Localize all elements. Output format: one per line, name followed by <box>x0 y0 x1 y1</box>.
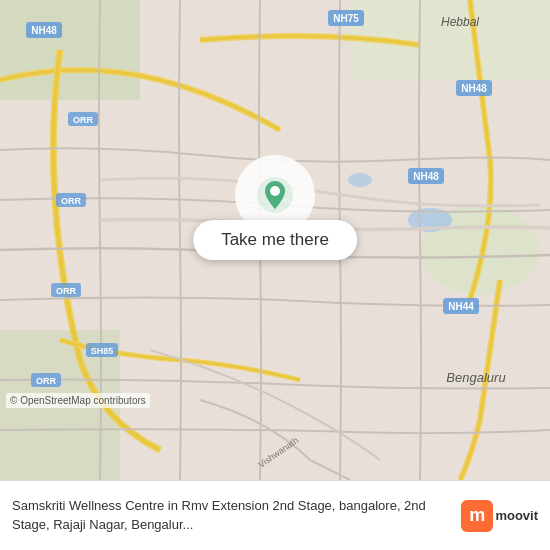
svg-rect-1 <box>0 0 140 100</box>
place-description: Samskriti Wellness Centre in Rmv Extensi… <box>12 497 453 533</box>
take-me-there-button[interactable]: Take me there <box>193 220 357 260</box>
map-view: NH75 NH48 NH48 NH48 NH44 ORR ORR ORR ORR… <box>0 0 550 480</box>
svg-text:NH48: NH48 <box>461 83 487 94</box>
svg-text:ORR: ORR <box>61 196 82 206</box>
svg-text:SH85: SH85 <box>91 346 114 356</box>
svg-point-6 <box>348 173 372 187</box>
osm-attribution: © OpenStreetMap contributors <box>6 393 150 408</box>
svg-text:NH75: NH75 <box>333 13 359 24</box>
moovit-logo: m moovit <box>461 500 538 532</box>
svg-point-31 <box>270 186 280 196</box>
svg-text:Bengaluru: Bengaluru <box>446 370 505 385</box>
svg-text:NH48: NH48 <box>31 25 57 36</box>
info-bar: Samskriti Wellness Centre in Rmv Extensi… <box>0 480 550 550</box>
svg-text:Hebbal: Hebbal <box>441 15 479 29</box>
svg-text:ORR: ORR <box>36 376 57 386</box>
svg-text:NH44: NH44 <box>448 301 474 312</box>
moovit-brand-name: moovit <box>495 508 538 523</box>
moovit-icon: m <box>461 500 493 532</box>
svg-text:NH48: NH48 <box>413 171 439 182</box>
svg-text:ORR: ORR <box>56 286 77 296</box>
svg-text:ORR: ORR <box>73 115 94 125</box>
